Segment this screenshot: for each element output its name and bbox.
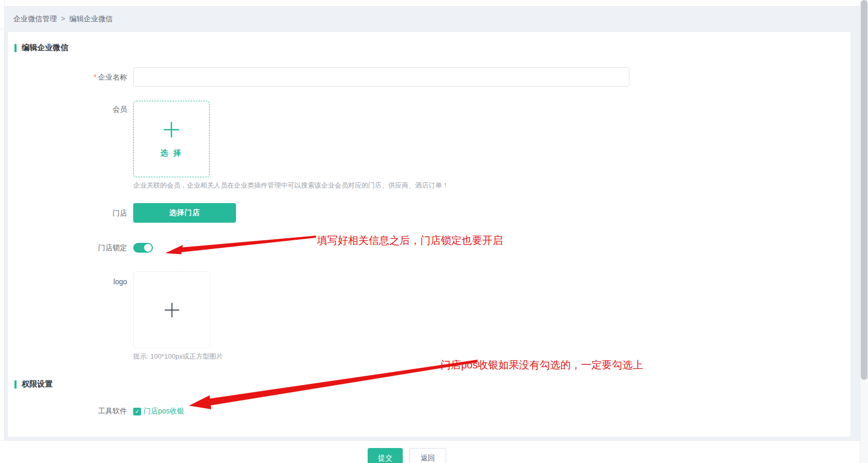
plus-icon <box>162 120 181 139</box>
company-name-label: *企业名称 <box>8 67 133 87</box>
member-row: 会员 选 择 企业关联的会员，企业相关人员在企业类插件管理中可以搜索该企业会员对… <box>8 101 850 190</box>
company-name-row: *企业名称 <box>8 67 850 87</box>
member-upload-box[interactable]: 选 择 <box>133 101 210 177</box>
toggle-knob <box>144 244 152 252</box>
logo-label: logo <box>8 271 133 286</box>
sidebar-edge-line <box>0 29 4 30</box>
required-asterisk: * <box>94 73 97 81</box>
section-header-permissions: 权限设置 <box>14 361 850 389</box>
scrollbar-thumb[interactable] <box>861 0 867 380</box>
pos-checkbox-label[interactable]: 门店pos收银 <box>144 407 184 416</box>
logo-upload-box[interactable] <box>133 271 210 348</box>
breadcrumb-separator: > <box>61 14 65 23</box>
store-label: 门店 <box>8 203 133 223</box>
store-lock-toggle[interactable] <box>133 243 153 253</box>
submit-button[interactable]: 提交 <box>368 448 403 463</box>
member-select-text: 选 择 <box>160 148 182 158</box>
section-header-edit: 编辑企业微信 <box>14 32 850 53</box>
section-title-text: 权限设置 <box>22 379 53 389</box>
top-strip <box>0 0 868 7</box>
page-scrollbar <box>860 0 868 463</box>
breadcrumb: 企业微信管理>编辑企业微信 <box>13 14 113 24</box>
tools-label: 工具软件 <box>8 407 133 415</box>
pos-annotation: 门店pos收银如果没有勾选的，一定要勾选上 <box>440 358 643 372</box>
collapsed-sidebar-edge <box>0 0 5 463</box>
store-lock-annotation: 填写好相关信息之后，门店锁定也要开启 <box>317 234 503 248</box>
member-label: 会员 <box>8 101 133 114</box>
footer-bar: 提交 返回 <box>0 440 868 463</box>
member-hint: 企业关联的会员，企业相关人员在企业类插件管理中可以搜索该企业会员对应的门店、供应… <box>133 181 449 190</box>
logo-hint: 提示: 100*100px或正方型图片 <box>133 352 223 361</box>
section-accent-bar <box>14 380 17 389</box>
section-accent-bar <box>14 44 17 52</box>
checkbox-checked-icon[interactable]: ✓ <box>133 408 141 415</box>
sidebar-edge-line <box>0 28 4 28</box>
plus-icon <box>164 302 180 318</box>
logo-row: logo 提示: 100*100px或正方型图片 <box>8 271 850 361</box>
tools-row: 工具软件 ✓ 门店pos收银 <box>8 407 850 416</box>
company-name-input[interactable] <box>133 67 629 87</box>
pos-checkbox-wrap[interactable]: ✓ 门店pos收银 <box>133 407 184 416</box>
breadcrumb-item-current: 编辑企业微信 <box>69 14 113 23</box>
select-store-button[interactable]: 选择门店 <box>133 203 236 223</box>
breadcrumb-item-root[interactable]: 企业微信管理 <box>13 14 57 23</box>
store-row: 门店 选择门店 <box>8 203 850 223</box>
back-button[interactable]: 返回 <box>409 448 446 463</box>
store-lock-label: 门店锁定 <box>8 242 133 253</box>
section-title-text: 编辑企业微信 <box>22 43 68 53</box>
